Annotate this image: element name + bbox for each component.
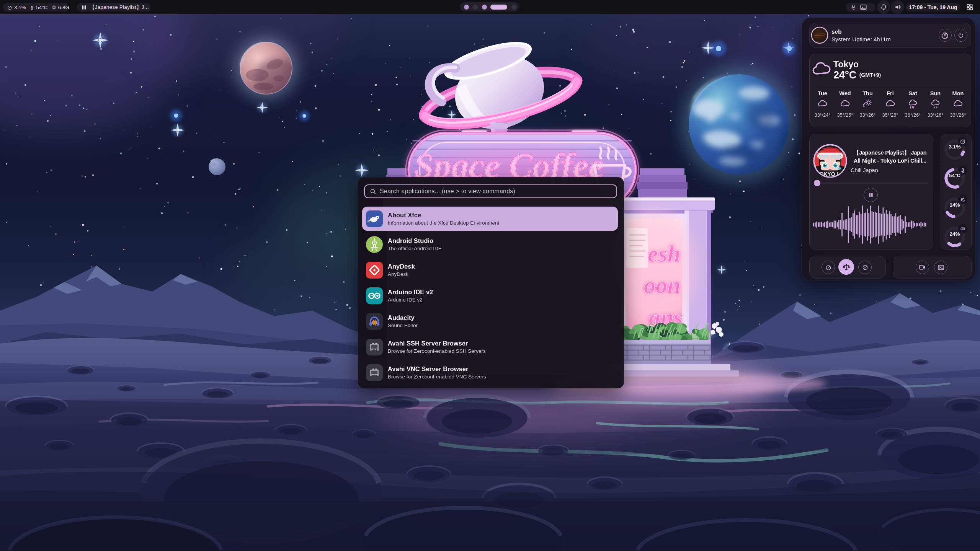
svg-text:54°C: 54°C [949,173,960,178]
svg-text:14%: 14% [949,202,960,208]
svg-text:3.1%: 3.1% [949,144,961,150]
svg-text:24%: 24% [949,231,960,237]
